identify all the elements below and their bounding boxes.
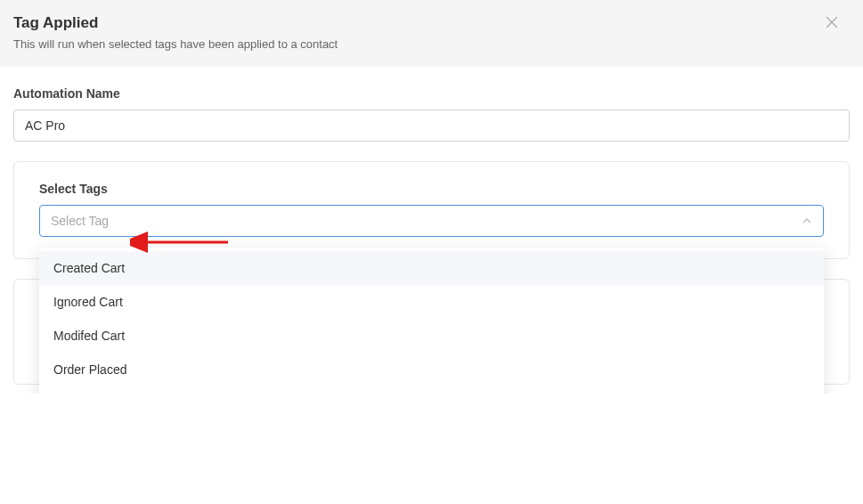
tags-dropdown-menu: Created CartIgnored CartModifed CartOrde… — [39, 248, 824, 394]
automation-name-input[interactable] — [13, 110, 850, 142]
select-placeholder: Select Tag — [51, 214, 109, 228]
modal-title: Tag Applied — [13, 14, 845, 32]
select-tags-wrapper: Select Tag Created CartIgnored CartModif… — [39, 205, 824, 237]
dropdown-option[interactable]: Recovered Cart — [39, 386, 824, 394]
dropdown-option[interactable]: Ignored Cart — [39, 285, 824, 319]
select-tags-card: Select Tags Select Tag Created CartIgnor… — [13, 161, 850, 259]
automation-name-label: Automation Name — [13, 86, 850, 101]
select-tags-dropdown[interactable]: Select Tag — [39, 205, 824, 237]
dropdown-option[interactable]: Modifed Cart — [39, 319, 824, 353]
select-tags-label: Select Tags — [39, 182, 824, 196]
dropdown-option[interactable]: Order Placed — [39, 353, 824, 386]
close-icon — [826, 16, 838, 28]
modal-header: Tag Applied This will run when selected … — [0, 0, 863, 67]
modal-subtitle: This will run when selected tags have be… — [13, 37, 845, 51]
dropdown-option[interactable]: Created Cart — [39, 251, 824, 285]
close-button[interactable] — [826, 16, 840, 30]
chevron-up-icon — [802, 215, 812, 226]
modal-body: Automation Name Select Tags Select Tag C… — [0, 67, 863, 394]
